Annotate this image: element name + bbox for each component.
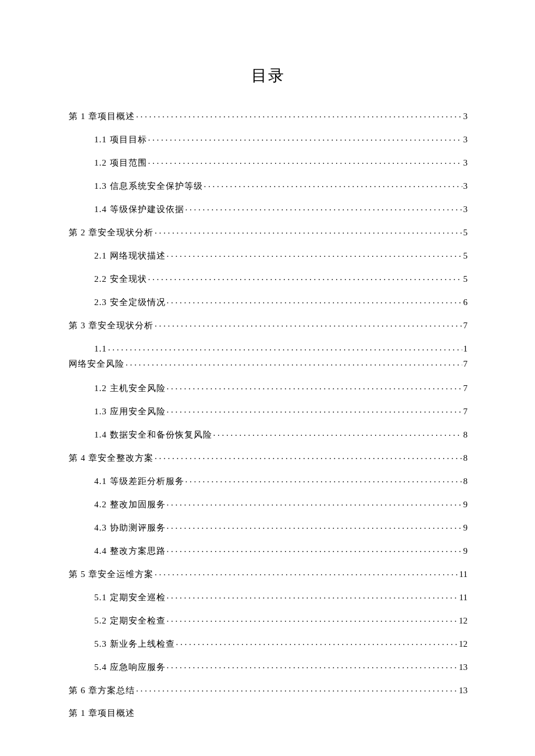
toc-leader-dots bbox=[155, 452, 462, 461]
toc-entry-label: 4.4 整改方案思路 bbox=[94, 547, 166, 556]
toc-entry-label: 1.3 应用安全风险 bbox=[94, 407, 166, 416]
toc-entry-page: 8 bbox=[463, 477, 468, 486]
toc-leader-dots bbox=[167, 382, 462, 391]
toc-leader-dots bbox=[167, 661, 458, 670]
toc-entry-page: 5 bbox=[463, 252, 468, 260]
toc-entry-label: 5.3 新业务上线检查 bbox=[94, 640, 175, 648]
toc-entry-label: 4.2 整改加固服务 bbox=[94, 500, 166, 509]
document-page: 目录 第 1 章项目概述31.1 项目目标31.2 项目范围31.3 信息系统安… bbox=[0, 0, 535, 756]
toc-entry-page: 3 bbox=[463, 159, 468, 167]
chapter-heading: 第 1 章项目概述 bbox=[69, 708, 468, 719]
toc-entry: 第 2 章安全现状分析5 bbox=[69, 227, 468, 237]
toc-entry-page: 7 bbox=[463, 407, 468, 416]
toc-leader-dots bbox=[167, 406, 462, 414]
toc-leader-dots bbox=[167, 522, 462, 531]
toc-entry: 第 1 章项目概述3 bbox=[69, 110, 468, 121]
toc-leader-dots bbox=[167, 250, 462, 259]
toc-entry: 1.3 应用安全风险7 bbox=[94, 406, 468, 416]
toc-entry: 4.3 协助测评服务9 bbox=[94, 522, 468, 532]
toc-entry-label: 1.3 信息系统安全保护等级 bbox=[94, 182, 203, 191]
toc-entry-page: 7 bbox=[463, 359, 468, 369]
toc-entry-page: 7 bbox=[463, 321, 468, 330]
toc-entry-page: 9 bbox=[463, 524, 468, 532]
toc-leader-dots bbox=[213, 429, 462, 438]
toc-leader-dots bbox=[108, 343, 462, 352]
toc-leader-dots bbox=[148, 157, 462, 166]
toc-entry-label: 5.2 定期安全检查 bbox=[94, 617, 166, 625]
toc-entry: 5.1 定期安全巡检11 bbox=[94, 592, 468, 602]
toc-entry: 第 4 章安全整改方案8 bbox=[69, 452, 468, 463]
toc-entry-label: 第 4 章安全整改方案 bbox=[69, 454, 154, 463]
toc-entry-label: 网络安全风险 bbox=[69, 359, 124, 370]
toc-leader-dots bbox=[167, 592, 458, 600]
toc-leader-dots bbox=[136, 685, 458, 693]
toc-leader-dots bbox=[155, 227, 462, 235]
toc-entry-label: 第 1 章项目概述 bbox=[69, 112, 135, 121]
toc-leader-dots bbox=[148, 273, 462, 282]
toc-entry: 5.2 定期安全检查12 bbox=[94, 615, 468, 625]
toc-entry-page: 6 bbox=[463, 298, 468, 307]
toc-entry: 第 5 章安全运维方案11 bbox=[69, 568, 468, 579]
toc-entry: 5.3 新业务上线检查12 bbox=[94, 638, 468, 648]
toc-entry-page: 3 bbox=[463, 205, 468, 214]
toc-entry: 2.2 安全现状5 bbox=[94, 273, 468, 284]
toc-entry-page: 7 bbox=[463, 384, 468, 393]
toc-leader-dots bbox=[186, 203, 462, 212]
toc-leader-dots bbox=[167, 615, 458, 624]
toc-entry-page: 13 bbox=[459, 686, 468, 695]
toc-entry-page: 12 bbox=[459, 640, 468, 648]
toc-entry-wrapped: 1.11网络安全风险7 bbox=[69, 343, 468, 370]
toc-entry: 1.4 数据安全和备份恢复风险8 bbox=[94, 429, 468, 439]
toc-entry-label: 第 5 章安全运维方案 bbox=[69, 570, 154, 579]
toc-entry-page: 9 bbox=[463, 500, 468, 509]
toc-entry-page: 9 bbox=[463, 547, 468, 556]
toc-leader-dots bbox=[148, 134, 462, 142]
toc-entry-label: 4.3 协助测评服务 bbox=[94, 524, 166, 532]
toc-entry: 1.2 项目范围3 bbox=[94, 157, 468, 167]
toc-entry: 4.2 整改加固服务9 bbox=[94, 499, 468, 509]
toc-entry: 4.4 整改方案思路9 bbox=[94, 545, 468, 556]
toc-entry-page: 12 bbox=[459, 617, 468, 625]
toc-entry-label: 1.4 数据安全和备份恢复风险 bbox=[94, 431, 212, 439]
toc-leader-dots bbox=[167, 545, 462, 554]
toc-entry-label: 1.1 bbox=[94, 344, 107, 354]
toc-entry-page: 8 bbox=[463, 454, 468, 463]
toc-entry-page: 5 bbox=[463, 275, 468, 284]
toc-title: 目录 bbox=[69, 65, 468, 86]
toc-entry: 5.4 应急响应服务13 bbox=[94, 661, 468, 672]
toc-leader-dots bbox=[136, 110, 462, 119]
toc-leader-dots bbox=[204, 180, 462, 189]
toc-entry-label: 1.1 项目目标 bbox=[94, 135, 147, 144]
toc-entry-page: 13 bbox=[459, 663, 468, 672]
toc-entry-page: 5 bbox=[463, 228, 468, 237]
toc-entry-label: 5.4 应急响应服务 bbox=[94, 663, 166, 672]
toc-entry: 第 6 章方案总结13 bbox=[69, 685, 468, 695]
toc-entry: 1.3 信息系统安全保护等级3 bbox=[94, 180, 468, 191]
toc-entry: 2.1 网络现状描述5 bbox=[94, 250, 468, 260]
toc-entry-page: 11 bbox=[459, 593, 468, 602]
toc-entry-label: 1.4 等级保护建设依据 bbox=[94, 205, 184, 214]
toc-entry: 1.1 项目目标3 bbox=[94, 134, 468, 144]
toc-leader-dots bbox=[167, 499, 462, 507]
toc-entry-label: 5.1 定期安全巡检 bbox=[94, 593, 166, 602]
toc-entry: 第 3 章安全现状分析7 bbox=[69, 320, 468, 330]
toc-entry-page: 11 bbox=[459, 570, 468, 579]
toc-leader-dots bbox=[176, 638, 458, 647]
toc-entry-label: 2.1 网络现状描述 bbox=[94, 252, 166, 260]
toc-leader-dots bbox=[155, 568, 458, 577]
toc-entry-page: 8 bbox=[463, 431, 468, 439]
toc-entry-label: 1.2 主机安全风险 bbox=[94, 384, 166, 393]
toc-entry-label: 第 3 章安全现状分析 bbox=[69, 321, 154, 330]
toc-entry: 4.1 等级差距分析服务8 bbox=[94, 475, 468, 486]
toc-entry: 1.4 等级保护建设依据3 bbox=[94, 203, 468, 214]
toc-leader-dots bbox=[186, 475, 462, 484]
toc-entry-page: 3 bbox=[463, 182, 468, 191]
toc-entry: 1.2 主机安全风险7 bbox=[94, 382, 468, 393]
toc-entry-label: 2.3 安全定级情况 bbox=[94, 298, 166, 307]
toc-entry: 2.3 安全定级情况6 bbox=[94, 296, 468, 307]
toc-leader-dots bbox=[155, 320, 462, 328]
toc-entry-label: 2.2 安全现状 bbox=[94, 275, 147, 284]
toc-entry-label: 第 2 章安全现状分析 bbox=[69, 228, 154, 237]
toc-body: 第 1 章项目概述31.1 项目目标31.2 项目范围31.3 信息系统安全保护… bbox=[69, 110, 468, 695]
toc-entry-page: 1 bbox=[463, 344, 468, 354]
